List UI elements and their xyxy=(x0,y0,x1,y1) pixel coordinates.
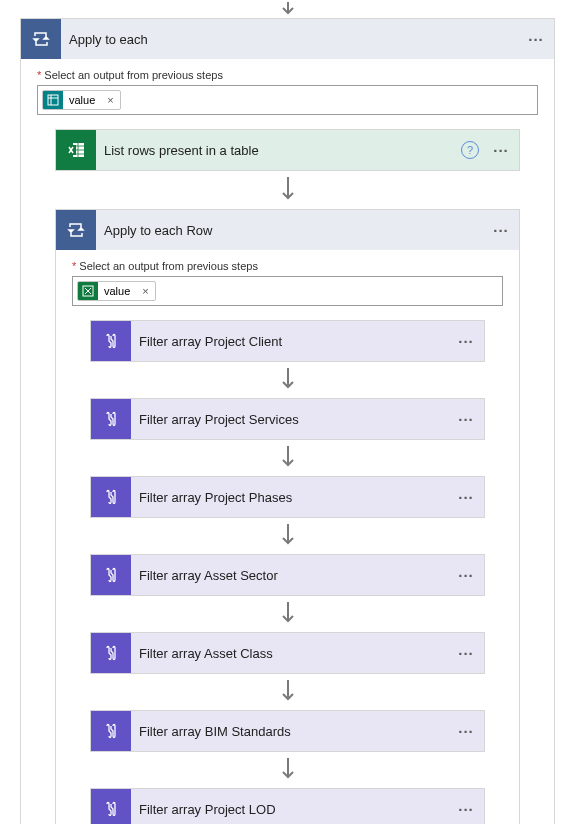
token-icon xyxy=(78,281,98,301)
filter-action: Filter array Project Services··· xyxy=(90,398,485,440)
filter-icon xyxy=(91,789,131,824)
field-label: * Select an output from previous steps xyxy=(72,260,503,272)
arrow xyxy=(90,596,485,632)
filter-icon xyxy=(91,477,131,517)
excel-icon xyxy=(56,130,96,170)
arrow xyxy=(90,362,485,398)
more-menu[interactable]: ··· xyxy=(452,405,480,433)
apply-to-each-outer: Apply to each ··· * Select an output fro… xyxy=(20,18,555,824)
more-menu[interactable]: ··· xyxy=(487,216,515,244)
list-rows-header[interactable]: List rows present in a table ? ··· xyxy=(56,130,519,170)
remove-token-icon[interactable]: × xyxy=(101,94,119,106)
filter-action-header[interactable]: Filter array Project Phases··· xyxy=(91,477,484,517)
value-token[interactable]: value × xyxy=(77,281,156,301)
filter-icon xyxy=(91,711,131,751)
action-title: Apply to each Row xyxy=(96,223,487,238)
help-icon[interactable]: ? xyxy=(461,141,479,159)
list-rows-action: List rows present in a table ? ··· xyxy=(55,129,520,171)
arrow xyxy=(55,171,520,209)
filter-action-header[interactable]: Filter array Project Client··· xyxy=(91,321,484,361)
more-menu[interactable]: ··· xyxy=(452,483,480,511)
more-menu[interactable]: ··· xyxy=(452,717,480,745)
filter-action: Filter array Asset Class··· xyxy=(90,632,485,674)
loop-icon xyxy=(56,210,96,250)
action-title: Filter array Asset Class xyxy=(131,646,452,661)
filter-action-header[interactable]: Filter array Project Services··· xyxy=(91,399,484,439)
more-menu[interactable]: ··· xyxy=(452,561,480,589)
filter-action-header[interactable]: Filter array Asset Sector··· xyxy=(91,555,484,595)
filter-action: Filter array BIM Standards··· xyxy=(90,710,485,752)
value-token[interactable]: value × xyxy=(42,90,121,110)
filter-action: Filter array Project Client··· xyxy=(90,320,485,362)
apply-to-each-row-header[interactable]: Apply to each Row ··· xyxy=(56,210,519,250)
token-icon xyxy=(43,90,63,110)
filter-action: Filter array Asset Sector··· xyxy=(90,554,485,596)
more-menu[interactable]: ··· xyxy=(487,136,515,164)
action-title: Filter array BIM Standards xyxy=(131,724,452,739)
arrow xyxy=(90,518,485,554)
more-menu[interactable]: ··· xyxy=(452,639,480,667)
filter-action: Filter array Project LOD··· xyxy=(90,788,485,824)
arrow xyxy=(90,674,485,710)
svg-rect-0 xyxy=(48,95,58,105)
output-selector-input[interactable]: value × xyxy=(37,85,538,115)
more-menu[interactable]: ··· xyxy=(452,795,480,823)
field-label: * Select an output from previous steps xyxy=(37,69,538,81)
action-title: Filter array Asset Sector xyxy=(131,568,452,583)
loop-icon xyxy=(21,19,61,59)
filter-action-header[interactable]: Filter array Project LOD··· xyxy=(91,789,484,824)
more-menu[interactable]: ··· xyxy=(452,327,480,355)
remove-token-icon[interactable]: × xyxy=(136,285,154,297)
filter-action-header[interactable]: Filter array Asset Class··· xyxy=(91,633,484,673)
filter-icon xyxy=(91,633,131,673)
apply-to-each-outer-header[interactable]: Apply to each ··· xyxy=(21,19,554,59)
apply-to-each-row: Apply to each Row ··· * Select an output… xyxy=(55,209,520,824)
filter-icon xyxy=(91,399,131,439)
filter-action-header[interactable]: Filter array BIM Standards··· xyxy=(91,711,484,751)
action-title: Apply to each xyxy=(61,32,522,47)
arrow xyxy=(90,752,485,788)
filter-icon xyxy=(91,555,131,595)
filter-action: Filter array Project Phases··· xyxy=(90,476,485,518)
action-title: Filter array Project Services xyxy=(131,412,452,427)
action-title: List rows present in a table xyxy=(96,143,461,158)
incoming-arrow xyxy=(20,0,555,18)
action-title: Filter array Project LOD xyxy=(131,802,452,817)
action-title: Filter array Project Client xyxy=(131,334,452,349)
output-selector-input[interactable]: value × xyxy=(72,276,503,306)
action-title: Filter array Project Phases xyxy=(131,490,452,505)
arrow xyxy=(90,440,485,476)
more-menu[interactable]: ··· xyxy=(522,25,550,53)
filter-icon xyxy=(91,321,131,361)
